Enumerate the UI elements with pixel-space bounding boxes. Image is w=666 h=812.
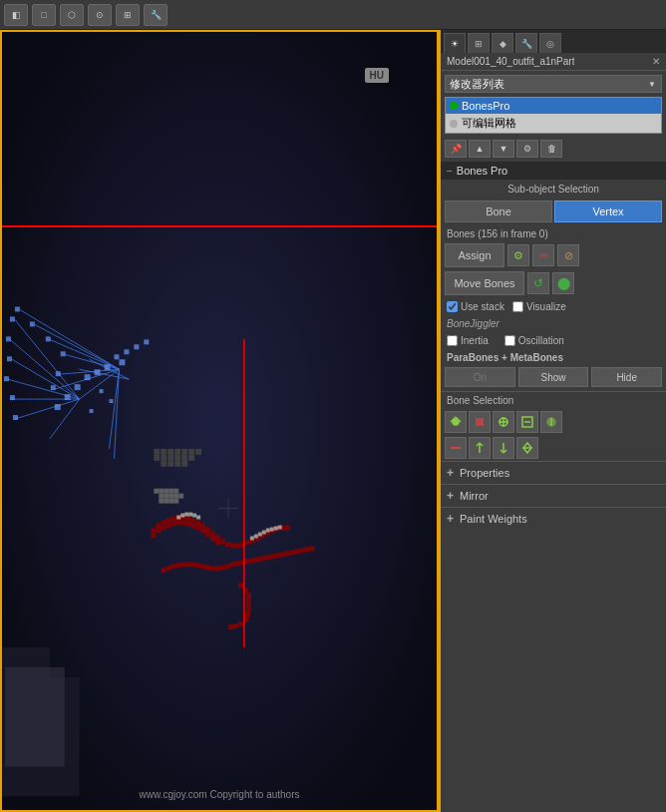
svg-rect-40 [144, 339, 149, 344]
top-toolbar: ◧ □ ⬡ ⊙ ⊞ 🔧 [0, 0, 666, 30]
svg-rect-47 [167, 449, 173, 455]
assign-icon-2[interactable]: ✂ [532, 244, 554, 266]
svg-rect-136 [250, 558, 255, 563]
move-bones-icon-2[interactable]: ⬤ [552, 272, 574, 294]
properties-header[interactable]: + Properties [441, 462, 666, 484]
mlt-btn-delete[interactable]: 🗑 [540, 140, 562, 158]
bone-sel-btn-8[interactable] [493, 437, 514, 459]
modifier-dot-white [450, 120, 458, 128]
svg-rect-36 [65, 394, 71, 400]
modifier-dropdown[interactable]: 修改器列表 [445, 75, 662, 93]
svg-rect-90 [220, 539, 225, 544]
svg-rect-60 [174, 461, 180, 467]
svg-rect-66 [173, 489, 178, 494]
main-area: HU www.cgjoy.com Copyright to authors ☀ … [0, 30, 666, 812]
svg-rect-29 [10, 395, 15, 400]
svg-rect-91 [225, 542, 230, 547]
svg-rect-79 [166, 519, 170, 524]
bones-pro-header[interactable]: − Bones Pro [441, 162, 666, 180]
panel-tab-obj[interactable]: ◆ [492, 33, 513, 53]
mlt-btn-down[interactable]: ▼ [493, 140, 514, 158]
bone-vertex-row: Bone Vertex [441, 199, 666, 226]
svg-rect-57 [188, 455, 194, 461]
panel-tab-cam[interactable]: ◎ [539, 33, 561, 53]
svg-rect-125 [195, 563, 200, 568]
svg-rect-52 [154, 455, 160, 461]
bone-button[interactable]: Bone [445, 201, 552, 222]
bone-sel-btn-4[interactable] [516, 411, 538, 433]
svg-rect-41 [114, 354, 119, 359]
svg-rect-58 [161, 461, 166, 467]
bone-sel-btn-1[interactable] [445, 411, 467, 433]
oscillation-checkbox[interactable] [504, 335, 515, 346]
svg-rect-140 [270, 554, 275, 559]
parabones-hide-btn[interactable]: Hide [591, 367, 662, 387]
inertia-checkbox-row[interactable]: Inertia [447, 335, 489, 346]
properties-label: Properties [460, 467, 509, 479]
svg-rect-32 [105, 364, 111, 370]
bone-sel-btn-2[interactable] [469, 411, 491, 433]
panel-tabs: ☀ ⊞ ◆ 🔧 ◎ [441, 30, 666, 53]
visualize-checkbox-row[interactable]: Visualize [512, 301, 566, 312]
bone-sel-row1 [441, 409, 666, 435]
svg-rect-51 [195, 449, 201, 455]
bone-sel-btn-5[interactable] [540, 411, 562, 433]
panel-tab-mod[interactable]: 🔧 [515, 33, 537, 53]
assign-icon-1[interactable]: ⚙ [507, 244, 529, 266]
toolbar-btn-3[interactable]: ⬡ [60, 4, 84, 26]
svg-rect-143 [285, 551, 290, 556]
move-bones-button[interactable]: Move Bones [445, 271, 524, 295]
svg-rect-39 [134, 344, 139, 349]
assign-icon-3[interactable]: ⊘ [557, 244, 579, 266]
svg-rect-44 [90, 409, 94, 413]
toolbar-btn-5[interactable]: ⊞ [116, 4, 140, 26]
inertia-checkbox[interactable] [447, 335, 458, 346]
properties-plus-icon: + [447, 466, 454, 480]
toolbar-btn-1[interactable]: ◧ [4, 4, 28, 26]
scene-canvas [0, 30, 439, 812]
visualize-checkbox[interactable] [512, 301, 523, 312]
mlt-btn-pin[interactable]: 📌 [445, 140, 467, 158]
parabones-on-btn[interactable]: On [445, 367, 515, 387]
svg-rect-132 [230, 562, 235, 567]
use-stack-label: Use stack [461, 301, 504, 312]
modifier-item-bonespro[interactable]: BonesPro [446, 98, 661, 114]
toolbar-btn-2[interactable]: □ [32, 4, 56, 26]
mirror-header[interactable]: + Mirror [441, 485, 666, 507]
svg-rect-37 [55, 404, 61, 410]
modifier-item-editmesh[interactable]: 可编辑网格 [446, 114, 661, 133]
vertex-button[interactable]: Vertex [554, 201, 662, 222]
mlt-btn-up[interactable]: ▲ [469, 140, 491, 158]
panel-tab-light[interactable]: ☀ [444, 33, 466, 53]
bone-sel-btn-6[interactable] [445, 437, 467, 459]
viewport[interactable]: HU www.cgjoy.com Copyright to authors [0, 30, 441, 812]
svg-rect-77 [156, 524, 161, 529]
use-stack-row: Use stack Visualize [441, 297, 666, 316]
bone-sel-btn-7[interactable] [469, 437, 491, 459]
bone-sel-btn-3[interactable] [493, 411, 514, 433]
visualize-label: Visualize [526, 301, 566, 312]
svg-rect-105 [156, 529, 161, 534]
svg-rect-61 [181, 461, 187, 467]
svg-rect-56 [181, 455, 187, 461]
use-stack-checkbox-row[interactable]: Use stack [447, 301, 504, 312]
assign-button[interactable]: Assign [445, 243, 504, 267]
svg-rect-177 [10, 687, 55, 767]
mlt-btn-config[interactable]: ⚙ [516, 140, 538, 158]
oscillation-checkbox-row[interactable]: Oscillation [504, 335, 564, 346]
toolbar-btn-4[interactable]: ⊙ [88, 4, 112, 26]
parabones-show-btn[interactable]: Show [518, 367, 589, 387]
mirror-section: + Mirror [441, 484, 666, 507]
bone-sel-btn-9[interactable] [516, 437, 538, 459]
svg-rect-155 [245, 612, 250, 617]
svg-rect-38 [124, 349, 129, 354]
move-bones-icon-1[interactable]: ↺ [527, 272, 549, 294]
svg-rect-24 [51, 385, 56, 390]
model-name-close[interactable]: ✕ [652, 56, 660, 67]
svg-rect-95 [245, 540, 250, 545]
use-stack-checkbox[interactable] [447, 301, 458, 312]
paint-weights-header[interactable]: + Paint Weights [441, 508, 666, 530]
panel-tab-grid[interactable]: ⊞ [468, 33, 490, 53]
hu-label: HU [365, 68, 389, 83]
toolbar-btn-6[interactable]: 🔧 [144, 4, 167, 26]
